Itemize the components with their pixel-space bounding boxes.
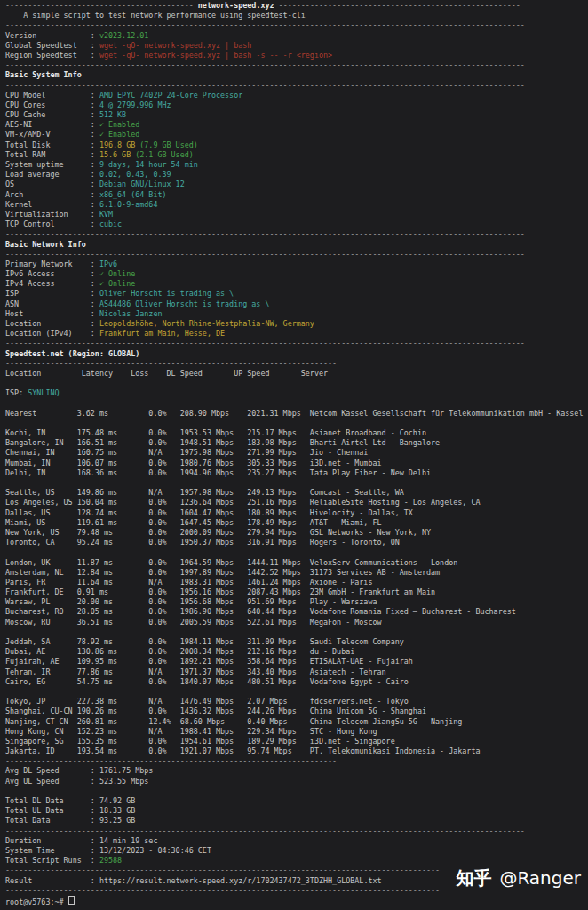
info-value: cubic (99, 220, 122, 228)
info-line-isp: ISP : Oliver Horscht is trading as \ (5, 289, 588, 299)
info-label: IPv6 Access : (5, 269, 99, 278)
speedtest-row-bangalore-in: Bangalore, IN 166.51 ms 0.0% 1948.51 Mbp… (5, 438, 588, 448)
speedtest-row-miami-us: Miami, US 119.61 ms 0.0% 1647.45 Mbps 17… (5, 518, 588, 528)
blank-line (5, 687, 588, 697)
speedtest-row-text: Los Angeles, US 150.04 ms 0.0% 1236.64 M… (5, 498, 480, 507)
info-label: Host : (5, 309, 99, 318)
speedtest-row-warsaw-pl: Warsaw, PL 20.00 ms 0.0% 1956.68 Mbps 95… (5, 597, 588, 607)
speedtest-row-paris-fr: Paris, FR 11.64 ms N/A 1983.31 Mbps 1461… (5, 578, 588, 587)
info-value: AS44486 Oliver Horscht is trading as \ (99, 299, 270, 308)
info-line-cpu-cache: CPU Cache : 512 KB (5, 110, 588, 120)
separator-line: ----------------------------------------… (5, 756, 588, 766)
info-label: Location (IPv4) : (5, 329, 99, 338)
info-label: AES-NI : (5, 120, 99, 129)
separator-dashes: ----------------------------------------… (5, 81, 525, 90)
info-value: 13/12/2023 - 04:30:46 CET (99, 846, 211, 855)
info-label: Primary Network : (5, 259, 99, 268)
section-heading: Basic System Info (5, 70, 82, 79)
info-value: 523.55 Mbps (99, 777, 148, 786)
speedtest-row-text: Bangalore, IN 166.51 ms 0.0% 1948.51 Mbp… (5, 438, 440, 447)
info-value: Debian GNU/Linux 12 (99, 180, 185, 188)
speedtest-row-nanjing-ct-cn: Nanjing, CT-CN 260.81 ms 12.4% 68.60 Mbp… (5, 717, 588, 727)
separator-line: ----------------------------------------… (5, 229, 588, 239)
title-right-dashes: ----------------------------------------… (274, 1, 520, 10)
info-value: 93.25 GB (99, 816, 135, 825)
section-heading-speedtest-net-region-global: Speedtest.net (Region: GLOBAL) (5, 349, 588, 359)
info-line-kernel: Kernel : 6.1.0-9-amd64 (5, 200, 588, 210)
speedtest-row-text: Hong Kong, CN 152.23 ms N/A 1988.41 Mbps… (5, 727, 377, 736)
info-value: 15.6 GB (99, 150, 135, 159)
info-line-load-average: Load average : 0.02, 0.43, 0.39 (5, 170, 588, 180)
info-label: OS : (5, 180, 99, 188)
watermark-user: @Ranger (499, 867, 581, 889)
speedtest-row-text: Amsterdam, NL 12.84 ms 0.0% 1997.89 Mbps… (5, 568, 440, 577)
speedtest-row-chennai-in: Chennai, IN 160.75 ms N/A 1975.98 Mbps 2… (5, 448, 588, 458)
blank-line (5, 399, 588, 409)
separator-line: ----------------------------------------… (5, 81, 588, 91)
speedtest-row-jeddah-sa: Jeddah, SA 78.92 ms 0.0% 1984.11 Mbps 31… (5, 637, 588, 647)
blank-line (5, 627, 588, 637)
isp-value: SYNLINQ (28, 388, 59, 397)
speedtest-row-text: Shanghai, CU-CN 190.26 ms 0.0% 1436.32 M… (5, 706, 426, 715)
separator-dashes: ----------------------------------------… (5, 20, 525, 29)
speedtest-row-text: New York, US 79.48 ms 0.0% 2000.09 Mbps … (5, 528, 431, 537)
speedtest-row-text: Toronto, CA 95.24 ms 0.0% 1950.37 Mbps 3… (5, 538, 400, 547)
section-heading: Basic Network Info (5, 240, 86, 249)
info-label: Arch : (5, 190, 99, 199)
terminal-window: ----------------------------------------… (0, 0, 588, 910)
speedtest-row-text: Jakarta, ID 193.54 ms 0.0% 1921.07 Mbps … (5, 746, 480, 755)
info-label: Total UL Data : (5, 806, 99, 815)
table-header: Location Latency Loss DL Speed UP Speed … (5, 369, 588, 379)
speedtest-row-singapore-sg: Singapore, SG 155.35 ms 0.0% 1954.61 Mbp… (5, 737, 588, 746)
separator-line: ----------------------------------------… (5, 60, 588, 70)
speedtest-row-text: Nanjing, CT-CN 260.81 ms 12.4% 68.60 Mbp… (5, 717, 462, 726)
info-line-avg-dl-speed: Avg DL Speed : 1761.75 Mbps (5, 766, 588, 776)
info-label: CPU Cache : (5, 110, 99, 119)
speedtest-row-bucharest-ro: Bucharest, RO 28.05 ms 0.0% 1986.90 Mbps… (5, 607, 588, 617)
terminal-cursor[interactable] (68, 896, 75, 906)
separator-line: ----------------------------------------… (5, 20, 588, 30)
info-line-aes-ni: AES-NI : ✓ Enabled (5, 120, 588, 130)
section-heading-basic-system-info: Basic System Info (5, 70, 588, 80)
info-value: (7.9 GB Used) (139, 140, 198, 149)
info-value: wget -qO- network-speed.xyz | bash -s --… (99, 51, 332, 60)
separator-dashes: ----------------------------------------… (5, 339, 525, 347)
title-bar: ----------------------------------------… (5, 1, 588, 11)
info-value: ✓ Enabled (99, 120, 139, 129)
info-label: Result : (5, 876, 99, 885)
info-label: System Time : (5, 846, 99, 855)
info-label: IPv4 Access : (5, 279, 99, 288)
isp-line: ISP: SYNLINQ (5, 388, 588, 398)
speedtest-row-shanghai-cu-cn: Shanghai, CU-CN 190.26 ms 0.0% 1436.32 M… (5, 706, 588, 716)
isp-label: ISP: (5, 388, 28, 397)
info-line-total-disk: Total Disk : 196.8 GB (7.9 GB Used) (5, 140, 588, 150)
info-line-total-ram: Total RAM : 15.6 GB (2.1 GB Used) (5, 150, 588, 160)
separator-dashes: ----------------------------------------… (5, 60, 525, 69)
subtitle-text: A simple script to test network performa… (5, 11, 306, 20)
result-url[interactable]: https://result.network-speed.xyz/r/17024… (99, 876, 382, 885)
info-value: 4 @ 2799.996 MHz (99, 100, 171, 109)
info-label: Total DL Data : (5, 796, 99, 805)
info-label: ASN : (5, 299, 99, 308)
speedtest-row-text: Warsaw, PL 20.00 ms 0.0% 1956.68 Mbps 95… (5, 597, 377, 606)
speedtest-row-text: Kochi, IN 175.48 ms 0.0% 1953.53 Mbps 21… (5, 428, 426, 437)
info-line-ipv4-access: IPv4 Access : ✓ Online (5, 279, 588, 289)
speedtest-row-hong-kong-cn: Hong Kong, CN 152.23 ms N/A 1988.41 Mbps… (5, 727, 588, 737)
speedtest-row-text: Delhi, IN 168.36 ms 0.0% 1994.96 Mbps 23… (5, 468, 431, 477)
info-line-ipv6-access: IPv6 Access : ✓ Online (5, 269, 588, 279)
info-label: Global Speedtest : (5, 41, 99, 50)
info-label: Duration : (5, 836, 99, 845)
section-heading-basic-network-info: Basic Network Info (5, 240, 588, 250)
info-value: (2.1 GB Used) (135, 150, 194, 159)
info-line-cpu-cores: CPU Cores : 4 @ 2799.996 MHz (5, 100, 588, 110)
info-value: 74.92 GB (99, 796, 135, 805)
speedtest-row-cairo-eg: Cairo, EG 54.75 ms 0.0% 1840.07 Mbps 480… (5, 677, 588, 687)
info-line-avg-ul-speed: Avg UL Speed : 523.55 Mbps (5, 777, 588, 786)
speedtest-row-seattle-us: Seattle, US 149.86 ms N/A 1957.98 Mbps 2… (5, 488, 588, 498)
info-line-system-time: System Time : 13/12/2023 - 04:30:46 CET (5, 846, 588, 856)
info-label: Total Script Runs : (5, 856, 99, 865)
separator-line: ----------------------------------------… (5, 339, 588, 348)
info-label: Region Speedtest : (5, 51, 99, 60)
table-header-text: Location Latency Loss DL Speed UP Speed … (5, 369, 328, 378)
info-value: 9 days, 14 hour 54 min (99, 160, 198, 169)
